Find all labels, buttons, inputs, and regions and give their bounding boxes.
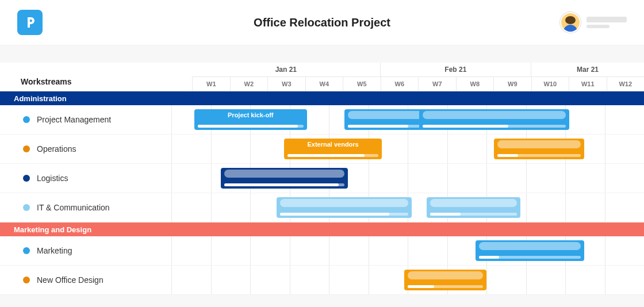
page-title: Office Relocation Project [0, 16, 644, 29]
logo-icon [23, 16, 37, 29]
avatar [560, 12, 581, 33]
gantt-bar-label [497, 140, 580, 148]
user-name-placeholder [586, 17, 627, 22]
workstream-row: OperationsExternal vendors [0, 135, 644, 164]
gantt-bar[interactable] [419, 109, 569, 130]
gantt-bar-progress [423, 125, 566, 128]
month-label: Feb 21 [380, 63, 531, 76]
week-label: W8 [456, 77, 494, 91]
gantt-bar-label [430, 199, 517, 207]
gantt-bar-progress [280, 213, 408, 216]
group-header-admin[interactable]: Administration [0, 91, 644, 105]
workstream-track: Project kick-off [194, 105, 644, 134]
gantt-bar[interactable] [494, 139, 584, 159]
workstream-label: Marketing [0, 246, 194, 255]
workstream-label: IT & Communication [0, 203, 194, 212]
workstream-track [194, 193, 644, 222]
gantt-bar-progress [430, 213, 517, 216]
gantt-bar-progress [497, 154, 580, 157]
workstream-label: Logistics [0, 174, 194, 183]
gantt-bar-label: Project kick-off [198, 111, 304, 119]
gantt-bar-progress [288, 154, 378, 157]
workstream-name: Project Management [37, 115, 111, 124]
months-row: Jan 21Feb 21Mar 21 [192, 63, 644, 77]
week-label: W5 [343, 77, 381, 91]
month-label: Mar 21 [531, 63, 644, 76]
workstream-row: Logistics [0, 164, 644, 193]
workstream-track: External vendors [194, 135, 644, 163]
workstream-color-dot [23, 175, 30, 182]
workstream-color-dot [23, 145, 30, 152]
gantt-bar-progress [224, 183, 345, 186]
workstream-row: Project ManagementProject kick-off [0, 105, 644, 135]
workstream-label: Project Management [0, 115, 194, 124]
gantt-chart: Workstreams Jan 21Feb 21Mar 21 W1W2W3W4W… [0, 63, 644, 295]
gantt-bar[interactable]: Project kick-off [194, 109, 307, 130]
gantt-body: AdministrationProject ManagementProject … [0, 91, 644, 295]
user-menu[interactable] [560, 12, 627, 33]
workstream-track [194, 236, 644, 265]
workstream-track [194, 164, 644, 193]
workstream-name: Logistics [37, 174, 68, 183]
gantt-bar-label [479, 242, 581, 250]
workstream-name: New Office Design [37, 275, 103, 285]
gantt-bar-label [280, 199, 408, 207]
week-label: W3 [267, 77, 305, 91]
workstream-color-dot [23, 247, 30, 254]
gantt-timescale: Jan 21Feb 21Mar 21 W1W2W3W4W5W6W7W8W9W10… [192, 63, 644, 91]
gantt-bar[interactable] [221, 168, 348, 189]
gantt-bar[interactable]: External vendors [284, 139, 381, 159]
weeks-row: W1W2W3W4W5W6W7W8W9W10W11W12 [192, 77, 644, 91]
workstream-row: IT & Communication [0, 193, 644, 222]
user-role-placeholder [586, 25, 610, 28]
workstream-track [194, 266, 644, 294]
week-label: W6 [381, 77, 419, 91]
week-label: W1 [192, 77, 230, 91]
app-logo[interactable] [17, 10, 43, 35]
gantt-bar-label [224, 170, 345, 178]
week-label: W9 [493, 77, 531, 91]
week-label: W12 [607, 77, 645, 91]
gantt-bar-progress [408, 285, 483, 288]
gantt-bar-label [408, 271, 483, 279]
week-label: W7 [418, 77, 456, 91]
workstream-color-dot [23, 116, 30, 123]
month-label: Jan 21 [192, 63, 380, 76]
workstream-label: Operations [0, 144, 194, 154]
gantt-bar[interactable] [427, 197, 520, 218]
gantt-header: Workstreams Jan 21Feb 21Mar 21 W1W2W3W4W… [0, 63, 644, 91]
workstream-color-dot [23, 204, 30, 211]
gantt-bar-label: External vendors [288, 140, 378, 148]
workstream-name: Operations [37, 144, 76, 154]
gantt-bar-progress [198, 125, 304, 128]
week-label: W10 [531, 77, 569, 91]
week-label: W2 [230, 77, 268, 91]
workstreams-heading: Workstreams [0, 63, 192, 91]
workstream-color-dot [23, 277, 30, 283]
app-header: Office Relocation Project [0, 0, 644, 45]
week-label: W11 [569, 77, 607, 91]
workstream-label: New Office Design [0, 275, 194, 285]
gantt-bar[interactable] [277, 197, 412, 218]
gantt-bar[interactable] [476, 240, 584, 261]
gantt-bar-label [423, 111, 566, 119]
group-header-mkt[interactable]: Marketing and Design [0, 222, 644, 236]
user-meta [586, 17, 627, 28]
workstream-row: New Office Design [0, 266, 644, 295]
gantt-bar[interactable] [404, 270, 486, 290]
workstream-row: Marketing [0, 236, 644, 266]
gantt-bar-progress [479, 256, 581, 259]
week-label: W4 [305, 77, 343, 91]
workstream-name: IT & Communication [37, 203, 110, 212]
workstream-name: Marketing [37, 246, 72, 255]
